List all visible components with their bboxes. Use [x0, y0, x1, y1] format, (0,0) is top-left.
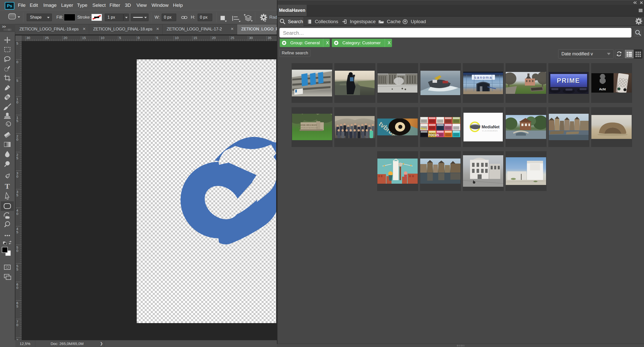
- svg-text:10: 10: [175, 36, 178, 40]
- svg-text:5: 5: [16, 267, 18, 271]
- svg-text:10: 10: [101, 36, 104, 40]
- svg-text:5: 5: [16, 156, 18, 160]
- svg-text:FOCUS: FOCUS: [428, 133, 439, 137]
- svg-text:sanoma: sanoma: [474, 75, 492, 80]
- svg-text:PRIME: PRIME: [557, 77, 580, 84]
- svg-text:25: 25: [231, 36, 234, 40]
- svg-text:INSTITUTE OF TECHNOLOGY: INSTITUTE OF TECHNOLOGY: [298, 127, 318, 129]
- svg-text:0: 0: [16, 286, 18, 290]
- svg-text:5: 5: [16, 193, 18, 197]
- svg-text:35: 35: [268, 36, 271, 40]
- svg-text:15: 15: [193, 36, 197, 40]
- svg-text:25: 25: [45, 36, 49, 40]
- svg-text:5: 5: [156, 36, 158, 40]
- svg-text:Plus: Plus: [421, 127, 426, 130]
- svg-text:5: 5: [16, 304, 18, 308]
- svg-text:5: 5: [16, 119, 18, 123]
- svg-text:VLAANDEREN: VLAANDEREN: [482, 130, 498, 132]
- svg-text:30: 30: [26, 36, 30, 40]
- svg-text:30: 30: [249, 36, 253, 40]
- svg-text:5: 5: [119, 36, 121, 40]
- svg-text:Acht: Acht: [599, 88, 606, 91]
- svg-text:0: 0: [16, 212, 18, 216]
- svg-text:0: 0: [16, 175, 18, 178]
- svg-text:0: 0: [16, 138, 18, 141]
- svg-text:0: 0: [16, 100, 18, 104]
- svg-text:15: 15: [82, 36, 86, 40]
- svg-text:20: 20: [63, 36, 67, 40]
- svg-text:T: T: [5, 182, 10, 190]
- svg-text:20: 20: [212, 36, 216, 40]
- svg-text:MediaNet: MediaNet: [482, 125, 500, 129]
- svg-text:7: 7: [16, 338, 18, 340]
- svg-text:5: 5: [16, 230, 18, 234]
- svg-text:ROSE-HULMAN: ROSE-HULMAN: [300, 124, 317, 126]
- svg-text:0: 0: [138, 36, 140, 40]
- svg-text:0: 0: [16, 60, 18, 64]
- svg-text:5: 5: [16, 79, 18, 83]
- svg-text:5: 5: [16, 42, 18, 45]
- svg-text:0: 0: [16, 249, 18, 253]
- svg-text:0: 0: [16, 323, 18, 327]
